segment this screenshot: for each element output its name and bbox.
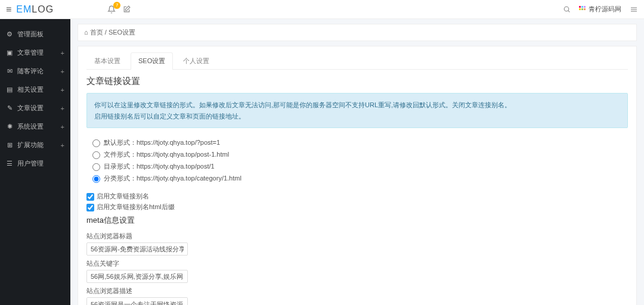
svg-rect-5: [581, 8, 583, 10]
url-format-radios: 默认形式：https://tjoty.qhya.top/?post=1文件形式：…: [86, 134, 628, 189]
tab-1[interactable]: SEO设置: [131, 52, 173, 70]
alert-line1: 你可以在这里修改文章链接的形式。如果修改后文章无法访问,那可能是你的服务器空间不…: [94, 99, 620, 111]
grid-icon: [579, 6, 586, 13]
sidebar-item-4[interactable]: ✎文章设置+: [0, 99, 70, 117]
url-radio-2[interactable]: [92, 163, 100, 171]
sidebar-item-label: 管理面板: [17, 30, 44, 39]
url-radio-3[interactable]: [92, 175, 100, 183]
alert-info: 你可以在这里修改文章链接的形式。如果修改后文章无法访问,那可能是你的服务器空间不…: [86, 93, 628, 128]
url-example: https://tjoty.qhya.top/post-1.html: [137, 151, 229, 158]
sidebar-icon: ☰: [6, 160, 13, 167]
sidebar-item-1[interactable]: ▣文章管理+: [0, 43, 70, 62]
sidebar-icon: ▤: [6, 86, 13, 94]
url-radio-label: 文件形式：: [104, 151, 137, 158]
desc-label: 站点浏览器描述: [86, 287, 628, 295]
brand-log: LOG: [32, 4, 54, 14]
url-radio-label: 目录形式：: [104, 163, 137, 170]
alias-checkbox-1[interactable]: [86, 204, 94, 211]
bell-icon[interactable]: 7: [107, 5, 116, 14]
sidebar-item-6[interactable]: ⊞扩展功能+: [0, 136, 70, 154]
sidebar-icon: ⚙: [6, 30, 13, 38]
brand[interactable]: EMLOG: [16, 4, 54, 15]
main-content: ⌂ 首页 / SEO设置 基本设置SEO设置个人设置 文章链接设置 你可以在这里…: [70, 19, 644, 305]
svg-rect-6: [584, 6, 586, 8]
compose-icon[interactable]: [123, 5, 131, 13]
svg-point-0: [564, 7, 569, 11]
sidebar-icon: ▣: [6, 49, 13, 57]
breadcrumb-home[interactable]: 首页: [90, 29, 103, 36]
topbar: ≡ EMLOG 7 青柠源码网: [0, 0, 644, 19]
expand-icon: +: [61, 123, 64, 130]
tabs: 基本设置SEO设置个人设置: [86, 52, 628, 70]
alias-checks: 启用文章链接别名启用文章链接别名html后缀: [86, 192, 628, 211]
brand-em: EM: [16, 4, 32, 14]
sidebar-icon: ✎: [6, 104, 13, 112]
svg-rect-3: [581, 6, 583, 8]
user-menu-icon[interactable]: [630, 6, 638, 13]
search-icon[interactable]: [563, 5, 571, 13]
sidebar-item-label: 文章设置: [17, 104, 44, 113]
alias-check-0[interactable]: 启用文章链接别名: [86, 192, 628, 201]
tab-0[interactable]: 基本设置: [86, 52, 128, 69]
sidebar-item-label: 用户管理: [17, 159, 44, 168]
top-right: 青柠源码网: [563, 5, 638, 14]
sidebar-icon: ⊞: [6, 141, 13, 149]
alias-check-label: 启用文章链接别名html后缀: [97, 203, 175, 210]
site-link[interactable]: 青柠源码网: [579, 5, 621, 14]
sidebar-item-3[interactable]: ▤相关设置+: [0, 80, 70, 99]
link-section-title: 文章链接设置: [86, 76, 628, 87]
sidebar: ⚙管理面板▣文章管理+✉随客评论+▤相关设置+✎文章设置+✺系统设置+⊞扩展功能…: [0, 19, 70, 305]
url-format-option-0[interactable]: 默认形式：https://tjoty.qhya.top/?post=1: [92, 138, 628, 147]
notification-badge: 7: [113, 2, 120, 9]
sidebar-item-label: 随客评论: [17, 67, 44, 76]
breadcrumb-sep: /: [105, 29, 107, 36]
keywords-label: 站点关键字: [86, 259, 628, 268]
expand-icon: +: [61, 49, 64, 57]
url-radio-1[interactable]: [92, 151, 100, 159]
site-keywords-input[interactable]: [86, 270, 188, 283]
expand-icon: +: [61, 142, 64, 149]
home-icon: ⌂: [84, 29, 88, 36]
sidebar-item-0[interactable]: ⚙管理面板: [0, 25, 70, 43]
url-format-option-1[interactable]: 文件形式：https://tjoty.qhya.top/post-1.html: [92, 150, 628, 159]
url-radio-label: 默认形式：: [104, 139, 137, 146]
top-icons: 7: [107, 5, 131, 14]
svg-rect-4: [579, 8, 581, 10]
expand-icon: +: [61, 68, 64, 75]
svg-rect-7: [584, 8, 586, 10]
alias-checkbox-0[interactable]: [86, 193, 94, 201]
url-example: https://tjoty.qhya.top/category/1.html: [137, 175, 242, 182]
alias-check-1[interactable]: 启用文章链接别名html后缀: [86, 203, 628, 211]
meta-section-title: meta信息设置: [86, 215, 628, 226]
sidebar-item-label: 系统设置: [17, 122, 44, 131]
site-name-text: 青柠源码网: [589, 5, 621, 14]
expand-icon: +: [61, 105, 64, 112]
expand-icon: +: [61, 86, 64, 94]
breadcrumb-current: SEO设置: [109, 29, 135, 36]
svg-rect-2: [579, 6, 581, 8]
url-format-option-2[interactable]: 目录形式：https://tjoty.qhya.top/post/1: [92, 162, 628, 171]
url-format-option-3[interactable]: 分类形式：https://tjoty.qhya.top/category/1.h…: [92, 174, 628, 183]
breadcrumb: ⌂ 首页 / SEO设置: [78, 24, 637, 41]
menu-toggle-icon[interactable]: ≡: [6, 4, 11, 15]
sidebar-item-label: 扩展功能: [17, 141, 44, 150]
title-label: 站点浏览器标题: [86, 232, 628, 241]
sidebar-item-2[interactable]: ✉随客评论+: [0, 62, 70, 80]
alert-line2: 启用链接别名后可以自定义文章和页面的链接地址。: [94, 111, 620, 122]
url-example: https://tjoty.qhya.top/post/1: [137, 163, 215, 170]
tab-2[interactable]: 个人设置: [175, 52, 217, 69]
url-radio-0[interactable]: [92, 139, 100, 147]
sidebar-item-7[interactable]: ☰用户管理: [0, 154, 70, 173]
url-radio-label: 分类形式：: [104, 175, 137, 182]
svg-line-1: [568, 11, 570, 13]
url-example: https://tjoty.qhya.top/?post=1: [137, 139, 220, 146]
site-desc-textarea[interactable]: [86, 297, 188, 305]
site-title-input[interactable]: [86, 242, 188, 256]
sidebar-item-label: 相关设置: [17, 85, 44, 94]
sidebar-icon: ✉: [6, 67, 13, 75]
settings-panel: 基本设置SEO设置个人设置 文章链接设置 你可以在这里修改文章链接的形式。如果修…: [78, 46, 637, 305]
sidebar-icon: ✺: [6, 123, 13, 130]
sidebar-item-5[interactable]: ✺系统设置+: [0, 117, 70, 136]
alias-check-label: 启用文章链接别名: [97, 192, 149, 200]
sidebar-item-label: 文章管理: [17, 48, 44, 57]
